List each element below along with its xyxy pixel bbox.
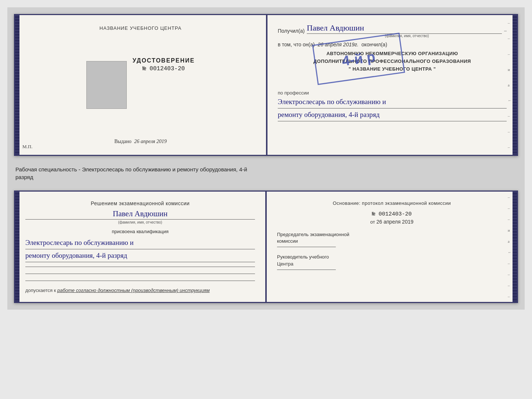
page-wrapper: НАЗВАНИЕ УЧЕБНОГО ЦЕНТРА УДОСТОВЕРЕНИЕ №… [7,7,525,310]
name-subtitle-top: (фамилия, имя, отчество) [307,34,507,38]
vtom-label: в том, что он(а) [278,42,315,47]
photo-placeholder [86,61,127,109]
right-margin-dashes: – – – и а ← – – – [508,15,512,155]
udost-number: № 0012403-20 [143,65,185,72]
chairman-block: Председатель экзаменационной комиссии [277,231,507,247]
vydano-label: Выдано [114,139,132,144]
dopuskaetsya-value: работе согласно должностным (производств… [57,288,210,293]
vtom-line: в том, что он(а) 26 апреля 2019г. окончи… [278,42,507,47]
dopuskaetsya-block: допускается к работе согласно должностны… [25,288,255,293]
blank-line-3 [25,281,255,281]
stamp-block: АВТОНОМНУЮ НЕКОММЕРЧЕСКУЮ ОРГАНИЗАЦИЮ ДО… [278,50,507,86]
dash: – [504,28,507,34]
rukovoditel-label: Руководитель учебного Центра [277,254,507,267]
po-professii-block: по профессии Электрослесарь по обслужива… [278,90,507,121]
poluchil-label: Получил(а) [278,28,305,34]
ot-label: от [370,219,375,225]
prisvoyena-text: присвоена квалификация [25,229,255,234]
date-value: 26 апреля 2019г. [318,42,359,47]
mp-label: М.П. [22,144,32,150]
blank-line-1 [25,267,255,267]
bottom-right: Основание: протокол экзаменационной коми… [267,192,517,302]
document-top: НАЗВАНИЕ УЧЕБНОГО ЦЕНТРА УДОСТОВЕРЕНИЕ №… [14,14,518,156]
page-left: НАЗВАНИЕ УЧЕБНОГО ЦЕНТРА УДОСТОВЕРЕНИЕ №… [15,15,267,155]
stamp-line2: ДОПОЛНИТЕЛЬНОГО ПРОФЕССИОНАЛЬНОГО ОБРАЗО… [278,58,506,65]
vydano-line: Выдано 26 апреля 2019 [114,139,167,145]
blank-line-2 [25,274,255,274]
qualification-line1: Электрослесарь по обслуживанию и [25,236,255,249]
stamp-line1: АВТОНОМНУЮ НЕКОММЕРЧЕСКУЮ ОРГАНИЗАЦИЮ [278,50,506,58]
osnovanie-text: Основание: протокол экзаменационной коми… [277,200,507,206]
qualification-line2: ремонту оборудования, 4-й разряд [25,249,255,262]
dopuskaetsya-label: допускается к [25,288,56,293]
spine-bottom-right [513,192,517,302]
po-professii-label: по профессии [278,90,507,96]
ot-date: от 26 апреля 2019 [277,219,507,225]
spine-right [513,15,517,155]
right-margin-dashes-bottom: – – – и а ← – – – – [508,192,512,302]
profession-line1: Электрослесарь по обслуживанию и [278,96,507,108]
center-header: НАЗВАНИЕ УЧЕБНОГО ЦЕНТРА [100,25,181,31]
udost-block: УДОСТОВЕРЕНИЕ № 0012403-20 [133,57,195,72]
org-block: АВТОНОМНУЮ НЕКОММЕРЧЕСКУЮ ОРГАНИЗАЦИЮ ДО… [278,50,507,73]
resheniyem-text: Решением экзаменационной комиссии [25,200,255,206]
okonchil-label: окончил(а) [362,42,387,47]
bottom-name-subtitle: (фамилия, имя, отчество) [25,220,255,224]
rukovoditel-block: Руководитель учебного Центра [277,254,507,270]
chairman-label: Председатель экзаменационной комиссии [277,231,507,245]
page-right: Получил(а) Павел Авдюшин – (фамилия, имя… [267,15,517,155]
bottom-name: Павел Авдюшин [25,209,255,220]
spine-left [15,15,19,155]
profession-line2: ремонту оборудования, 4-й разряд [278,108,507,121]
chairman-signature-line [277,247,336,247]
blank-lines [25,267,255,281]
poluchil-line: Получил(а) Павел Авдюшин – [278,23,507,34]
stamp-line3: " НАЗВАНИЕ УЧЕБНОГО ЦЕНТРА " [278,65,506,73]
recipient-name: Павел Авдюшин [307,23,502,34]
vydano-date: 26 апреля 2019 [134,139,166,144]
left-content: УДОСТОВЕРЕНИЕ № 0012403-20 [86,57,195,113]
rukovoditel-signature-line [277,270,336,270]
udost-title: УДОСТОВЕРЕНИЕ [133,57,195,64]
between-label: Рабочая специальность - Электрослесарь п… [14,163,518,184]
document-bottom: Решением экзаменационной комиссии Павел … [14,190,518,303]
protocol-number: № 0012403-20 [277,211,507,217]
bottom-left: Решением экзаменационной комиссии Павел … [15,192,267,302]
ot-date-value: 26 апреля 2019 [377,219,414,225]
spine-bottom-left [15,192,19,302]
